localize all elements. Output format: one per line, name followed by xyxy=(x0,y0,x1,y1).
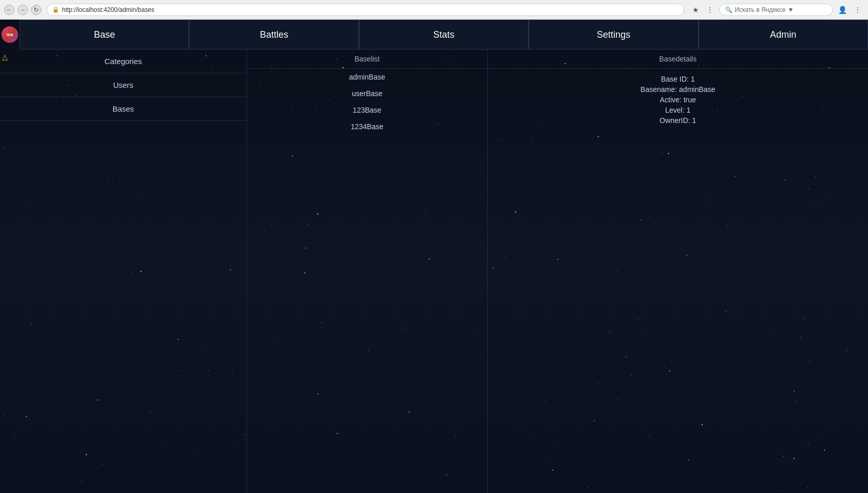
baselist-item-123base-label: 123Base xyxy=(353,106,381,114)
app-logo[interactable]: me xyxy=(0,20,20,50)
main-content: Categories Users Bases Baselist adminBas… xyxy=(0,50,868,493)
tab-base[interactable]: Base xyxy=(20,20,189,50)
search-icon: 🔍 xyxy=(725,6,733,13)
baselist-item-1234base[interactable]: 1234Base xyxy=(247,118,487,135)
tab-stats[interactable]: Stats xyxy=(359,20,529,50)
basename-field: Basename: adminBase xyxy=(496,84,860,95)
tab-settings[interactable]: Settings xyxy=(529,20,698,50)
browser-menu-icon[interactable]: ⋮ xyxy=(704,4,716,16)
forward-button[interactable]: → xyxy=(18,5,28,15)
bookmark-star-icon[interactable]: ★ xyxy=(689,4,702,16)
tab-admin[interactable]: Admin xyxy=(699,20,868,50)
basedetails-header-text: Basedetails xyxy=(659,55,696,63)
baselist-item-1234base-label: 1234Base xyxy=(351,122,383,131)
basedetails-panel: Basedetails Base ID: 1 Basename: adminBa… xyxy=(488,50,868,493)
browser-right-icons: ★ ⋮ xyxy=(689,4,716,16)
level-value: Level: 1 xyxy=(665,106,690,114)
logo-text: me xyxy=(6,33,13,37)
tab-battles[interactable]: Battles xyxy=(189,20,359,50)
basename-value: Basename: adminBase xyxy=(641,85,716,94)
baselist-item-adminbase[interactable]: adminBase xyxy=(247,69,487,85)
basedetails-header: Basedetails xyxy=(488,50,868,69)
sidebar-item-bases[interactable]: Bases xyxy=(0,97,246,121)
sidebar-item-users[interactable]: Users xyxy=(0,73,246,97)
browser-chrome: ← → ↻ 🔒 http://localhost:4200/admin/base… xyxy=(0,0,868,20)
baselist-header: Baselist xyxy=(247,50,487,69)
baselist-item-userbase-label: userBase xyxy=(352,89,382,98)
back-button[interactable]: ← xyxy=(4,5,14,15)
url-text: http://localhost:4200/admin/bases xyxy=(62,6,154,13)
tab-settings-label: Settings xyxy=(597,29,630,40)
tab-admin-label: Admin xyxy=(770,29,796,40)
base-id-field: Base ID: 1 xyxy=(496,74,860,84)
basedetails-content: Base ID: 1 Basename: adminBase Active: t… xyxy=(488,69,868,131)
base-id-value: Base ID: 1 xyxy=(661,75,694,83)
ownerid-value: OwnerID: 1 xyxy=(660,116,696,125)
search-bar[interactable]: 🔍 Искать в Яндексе ▼ xyxy=(719,4,833,16)
warning-icon: △ xyxy=(2,53,8,61)
reload-button[interactable]: ↻ xyxy=(31,5,41,15)
app-container: △ me Base Battles Stats Settings Admin C… xyxy=(0,20,868,493)
logo-circle: me xyxy=(2,26,18,43)
search-placeholder: Искать в Яндексе xyxy=(735,6,785,13)
navigation-bar: me Base Battles Stats Settings Admin xyxy=(0,20,868,50)
level-field: Level: 1 xyxy=(496,105,860,115)
lock-icon: 🔒 xyxy=(52,6,59,13)
baselist-header-text: Baselist xyxy=(354,55,380,63)
tab-battles-label: Battles xyxy=(260,29,288,40)
baselist-item-adminbase-label: adminBase xyxy=(349,73,385,81)
tab-stats-label: Stats xyxy=(433,29,455,40)
sidebar-users-label: Users xyxy=(113,81,133,89)
address-bar[interactable]: 🔒 http://localhost:4200/admin/bases xyxy=(47,4,684,16)
user-profile-icon[interactable]: 👤 xyxy=(836,4,848,16)
sidebar: Categories Users Bases xyxy=(0,50,247,493)
tab-base-label: Base xyxy=(94,29,115,40)
baselist-item-123base[interactable]: 123Base xyxy=(247,102,487,118)
baselist-panel: Baselist adminBase userBase 123Base 1234… xyxy=(247,50,488,493)
sidebar-categories-label: Categories xyxy=(104,57,142,66)
active-value: Active: true xyxy=(660,96,696,104)
sidebar-bases-label: Bases xyxy=(113,104,134,113)
ownerid-field: OwnerID: 1 xyxy=(496,115,860,126)
sidebar-item-categories[interactable]: Categories xyxy=(0,50,246,73)
baselist-item-userbase[interactable]: userBase xyxy=(247,85,487,102)
search-dropdown-icon: ▼ xyxy=(787,6,794,13)
active-field: Active: true xyxy=(496,95,860,105)
browser-settings-icon[interactable]: ⋮ xyxy=(851,4,864,16)
